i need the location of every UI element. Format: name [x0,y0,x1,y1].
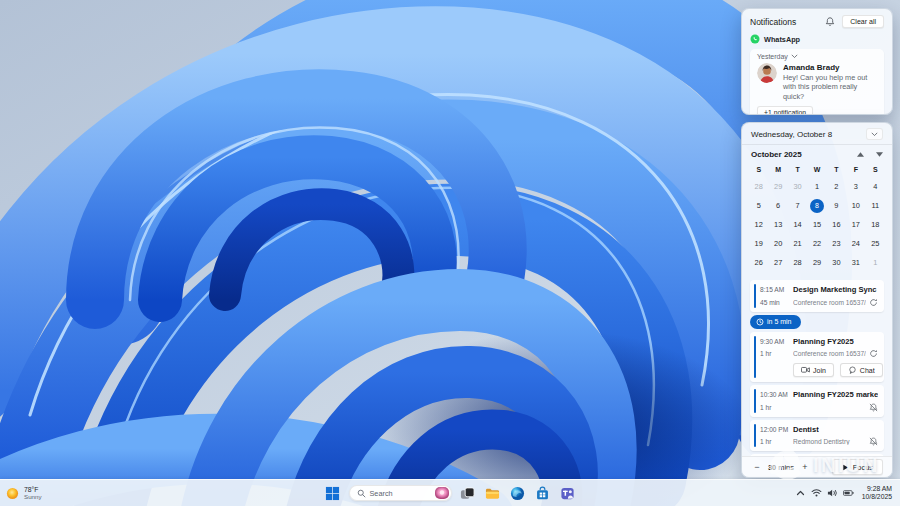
windows-start-icon [325,486,340,501]
battery-icon [843,488,854,498]
decrease-duration-button[interactable]: − [751,462,763,472]
search-icon [357,489,366,498]
calendar-day[interactable]: 28 [749,177,768,196]
calendar-day[interactable]: 10 [846,196,865,215]
weather-condition: Sunny [24,493,42,500]
day-of-week-header: F [846,162,865,177]
clear-all-button[interactable]: Clear all [842,15,884,28]
event-duration: 1 hr [760,438,793,445]
calendar-day[interactable]: 14 [788,215,807,234]
calendar-day[interactable]: 12 [749,215,768,234]
calendar-day[interactable]: 29 [807,253,826,272]
calendar-day[interactable]: 9 [827,196,846,215]
event-card[interactable]: 9:30 AMPlanning FY20251 hrConference roo… [750,332,884,383]
bell-icon [825,16,835,27]
event-title: Planning FY2025 marketing [793,390,878,399]
clock[interactable]: 9:28 AM 10/8/2025 [859,484,895,503]
desktop: Notifications Clear all WhatsApp Yesterd… [0,0,900,506]
chat-button[interactable]: Chat [840,363,883,377]
volume-button[interactable] [827,488,838,498]
file-explorer-button[interactable] [484,484,502,502]
store-button[interactable] [534,484,552,502]
notification-card[interactable]: Yesterday Amanda Brady Hey! Can you help… [750,49,884,115]
event-title: Dentist [793,425,819,434]
day-of-week-header: W [807,162,826,177]
calendar-day[interactable]: 5 [749,196,768,215]
notification-message-row: Amanda Brady Hey! Can you help me out wi… [757,63,877,101]
store-icon [535,486,550,501]
event-line2: 1 hrConference room 16537/AV [760,349,878,358]
notification-settings-button[interactable] [822,15,837,28]
calendar-day[interactable]: 15 [807,215,826,234]
event-duration: 1 hr [760,404,793,411]
calendar-day[interactable]: 29 [768,177,787,196]
weather-widget[interactable]: 78°F Sunny [6,486,42,501]
calendar-day[interactable]: 18 [866,215,885,234]
calendar-day[interactable]: 22 [807,234,826,253]
event-location: Conference room 16537/AV [793,299,866,306]
calendar-collapse-button[interactable] [866,128,883,140]
calendar-day[interactable]: 30 [788,177,807,196]
calendar-day[interactable]: 13 [768,215,787,234]
event-button-label: Chat [860,367,875,374]
battery-button[interactable] [843,488,854,498]
calendar-day[interactable]: 24 [846,234,865,253]
event-card[interactable]: 12:00 PMDentist1 hrRedmond Dentistry [750,420,884,452]
repeat-icon [869,298,878,307]
calendar-day[interactable]: 11 [866,196,885,215]
event-time: 10:30 AM [760,391,793,398]
calendar-day[interactable]: 2 [827,177,846,196]
event-card[interactable]: 8:15 AMDesign Marketing Sync45 minConfer… [750,280,884,312]
calendar-day[interactable]: 3 [846,177,865,196]
calendar-day[interactable]: 1 [807,177,826,196]
avatar [757,63,777,83]
search-box[interactable]: Search [349,485,452,501]
start-button[interactable] [324,484,342,502]
calendar-day[interactable]: 21 [788,234,807,253]
increase-duration-button[interactable]: + [799,462,811,472]
calendar-day[interactable]: 19 [749,234,768,253]
join-button[interactable]: Join [793,363,834,377]
event-line1: 10:30 AMPlanning FY2025 marketing [760,390,878,399]
calendar-day[interactable]: 28 [788,253,807,272]
calendar-day[interactable]: 4 [866,177,885,196]
calendar-day[interactable]: 7 [788,196,807,215]
edge-button[interactable] [509,484,527,502]
calendar-prev-month-button[interactable] [856,152,864,158]
edge-icon [510,486,525,501]
calendar-month-label[interactable]: October 2025 [751,150,802,159]
calendar-day[interactable]: 30 [827,253,846,272]
calendar-day[interactable]: 8 [810,199,824,213]
calendar-day[interactable]: 26 [749,253,768,272]
notifications-title: Notifications [750,17,796,27]
teams-button[interactable] [559,484,577,502]
show-hidden-icons-button[interactable] [795,488,806,498]
task-view-button[interactable] [459,484,477,502]
notification-group-row[interactable]: Yesterday [757,53,877,60]
calendar-day[interactable]: 25 [866,234,885,253]
calendar-day[interactable]: 6 [768,196,787,215]
calendar-next-month-button[interactable] [875,152,883,158]
teams-icon [560,486,575,501]
bell-muted-icon [869,437,878,446]
caret-up-icon [857,152,864,157]
calendar-footer: − 30 mins + Focus [742,456,892,477]
event-duration: 1 hr [760,350,793,357]
calendar-day[interactable]: 16 [827,215,846,234]
calendar-day[interactable]: 31 [846,253,865,272]
event-line2: 45 minConference room 16537/AV [760,298,878,307]
event-card[interactable]: 2:30 PMPeople managers sync [750,454,884,456]
event-location: Conference room 16537/AV [793,350,866,357]
file-explorer-icon [485,486,500,501]
focus-button[interactable]: Focus [832,459,883,475]
more-notifications-button[interactable]: +1 notification [757,106,813,115]
calendar-day[interactable]: 27 [768,253,787,272]
reminder-label: in 5 min [767,318,792,325]
calendar-day[interactable]: 17 [846,215,865,234]
wifi-button[interactable] [811,488,822,498]
calendar-day[interactable]: 1 [866,253,885,272]
event-line2: 1 hrRedmond Dentistry [760,437,878,446]
calendar-day[interactable]: 20 [768,234,787,253]
event-card[interactable]: 10:30 AMPlanning FY2025 marketing1 hr [750,385,884,417]
calendar-day[interactable]: 23 [827,234,846,253]
